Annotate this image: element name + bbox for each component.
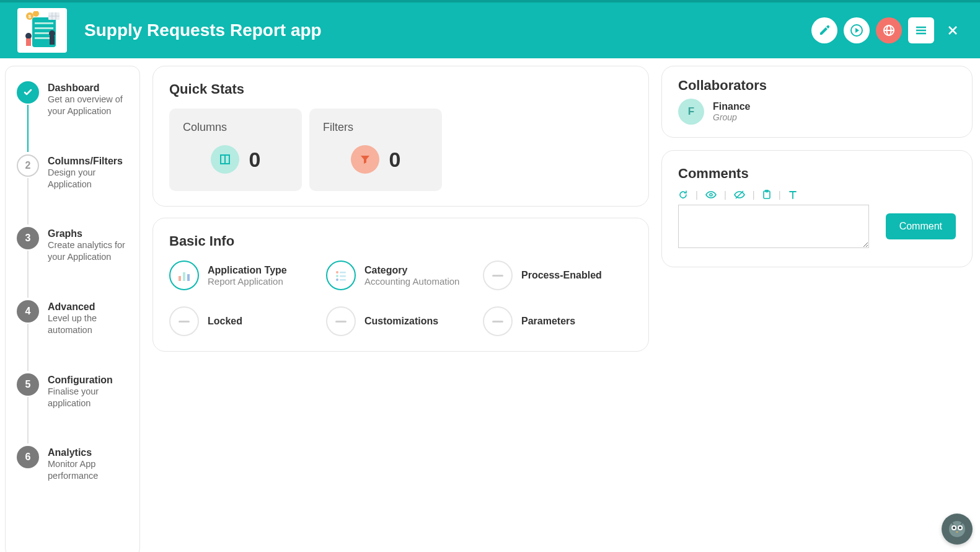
quick-stats-heading: Quick Stats [169, 81, 632, 97]
dash-icon [483, 260, 513, 290]
svg-point-36 [710, 194, 712, 196]
step-desc: Create analytics for your Application [48, 239, 128, 263]
stat-filters: Filters 0 [309, 109, 442, 191]
svg-point-7 [33, 11, 39, 17]
collaborators-card: Collaborators F Finance Group [661, 66, 973, 138]
step-columns-filters[interactable]: 2 Columns/Filters Design your Applicatio… [17, 154, 128, 228]
step-number: 5 [17, 373, 39, 396]
svg-point-34 [336, 278, 338, 281]
info-label: Process-Enabled [521, 270, 602, 281]
comment-textarea[interactable] [678, 205, 869, 248]
step-analytics[interactable]: 6 Analytics Monitor App performance [17, 446, 128, 482]
step-title: Columns/Filters [48, 156, 128, 167]
info-locked: Locked [169, 306, 319, 336]
info-label: Category [364, 265, 459, 276]
stat-value: 0 [249, 148, 261, 172]
info-label: Customizations [364, 316, 438, 327]
info-customizations: Customizations [326, 306, 475, 336]
app-header: $ Supply Requests Report app [0, 0, 980, 58]
page-title: Supply Requests Report app [84, 20, 811, 40]
svg-text:$: $ [29, 14, 32, 19]
comments-card: Comments | | | | Comment [661, 150, 973, 267]
header-actions [811, 17, 963, 43]
svg-point-40 [949, 521, 965, 537]
step-desc: Get an overview of your Application [48, 94, 128, 117]
step-title: Configuration [48, 375, 128, 386]
step-configuration[interactable]: 5 Configuration Finalise your applicatio… [17, 373, 128, 447]
step-graphs[interactable]: 3 Graphs Create analytics for your Appli… [17, 227, 128, 300]
sidebar-steps: Dashboard Get an overview of your Applic… [5, 66, 140, 552]
text-icon[interactable] [788, 190, 797, 200]
edit-button[interactable] [811, 17, 837, 43]
quick-stats-card: Quick Stats Columns 0 Filters [152, 66, 649, 207]
basic-info-heading: Basic Info [169, 233, 632, 249]
step-desc: Design your Application [48, 167, 128, 190]
dash-icon [169, 306, 199, 336]
comment-button[interactable]: Comment [886, 213, 956, 239]
close-button[interactable] [943, 20, 963, 40]
columns-icon [211, 145, 239, 174]
avatar: F [678, 99, 704, 125]
play-icon [850, 24, 863, 37]
collaborator-item[interactable]: F Finance Group [678, 99, 956, 125]
basic-info-card: Basic Info Application Type Report Appli… [152, 218, 649, 352]
svg-rect-2 [35, 27, 53, 29]
comment-toolbar: | | | | [678, 189, 956, 200]
collaborators-heading: Collaborators [678, 78, 956, 94]
stat-columns: Columns 0 [169, 109, 302, 191]
svg-rect-13 [26, 38, 31, 46]
collaborator-name: Finance [713, 101, 750, 112]
eye-off-icon[interactable] [734, 190, 745, 200]
step-title: Advanced [48, 301, 128, 313]
menu-button[interactable] [908, 17, 934, 43]
step-title: Analytics [48, 447, 128, 458]
close-icon [947, 24, 959, 37]
play-button[interactable] [844, 17, 870, 43]
pencil-icon [818, 24, 831, 37]
info-value: Report Application [208, 276, 287, 287]
hamburger-icon [914, 24, 928, 37]
stat-value: 0 [389, 148, 401, 172]
svg-rect-28 [183, 272, 185, 281]
globe-button[interactable] [876, 17, 902, 43]
chat-assistant-button[interactable] [942, 514, 973, 545]
step-number: 2 [17, 154, 39, 177]
info-label: Application Type [208, 265, 287, 276]
dash-icon [326, 306, 356, 336]
clipboard-icon[interactable] [762, 190, 771, 200]
info-value: Accounting Automation [364, 276, 459, 287]
step-advanced[interactable]: 4 Advanced Level up the automation [17, 300, 128, 373]
comments-heading: Comments [678, 166, 956, 182]
dash-icon [483, 306, 513, 336]
info-category: Category Accounting Automation [326, 260, 475, 290]
svg-rect-35 [340, 279, 346, 281]
globe-icon [882, 24, 896, 37]
svg-rect-29 [187, 274, 190, 281]
step-number: 3 [17, 227, 39, 249]
svg-rect-15 [50, 36, 55, 45]
bar-chart-icon [169, 260, 199, 290]
refresh-icon[interactable] [678, 190, 688, 200]
stat-label: Columns [183, 121, 288, 134]
svg-point-12 [25, 33, 32, 39]
eye-icon[interactable] [705, 190, 717, 200]
svg-rect-31 [340, 272, 346, 274]
list-icon [326, 260, 356, 290]
filter-icon [351, 145, 379, 174]
step-dashboard[interactable]: Dashboard Get an overview of your Applic… [17, 81, 128, 154]
svg-point-14 [49, 30, 55, 37]
info-process-enabled: Process-Enabled [483, 260, 632, 290]
collaborator-role: Group [713, 112, 750, 122]
step-desc: Level up the automation [48, 313, 128, 336]
step-desc: Finalise your application [48, 386, 128, 409]
step-title: Dashboard [48, 82, 128, 94]
stat-label: Filters [323, 121, 428, 134]
svg-point-43 [953, 527, 955, 529]
svg-rect-27 [179, 276, 181, 281]
owl-icon [947, 519, 968, 540]
info-parameters: Parameters [483, 306, 632, 336]
info-label: Parameters [521, 316, 575, 327]
step-number: 4 [17, 300, 39, 323]
check-icon [17, 81, 39, 104]
svg-point-32 [336, 275, 338, 277]
